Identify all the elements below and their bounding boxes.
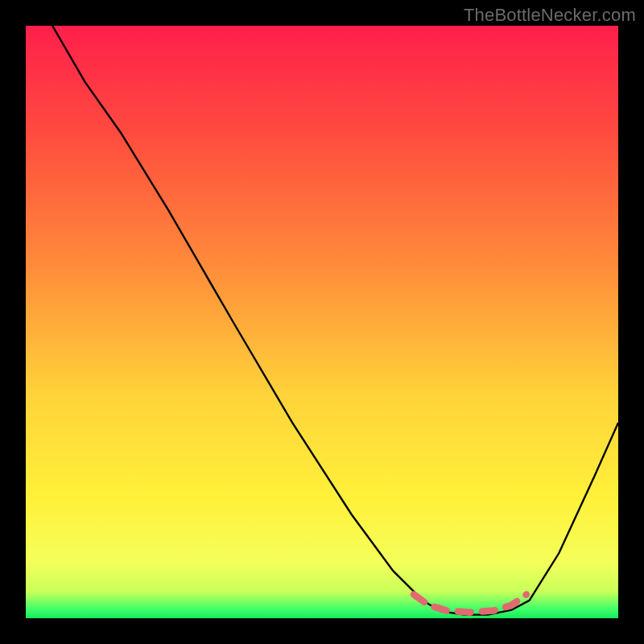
watermark-text: TheBottleNecker.com [464, 5, 636, 26]
bottleneck-chart [26, 26, 618, 618]
chart-frame [26, 26, 618, 618]
gradient-background [26, 26, 618, 618]
